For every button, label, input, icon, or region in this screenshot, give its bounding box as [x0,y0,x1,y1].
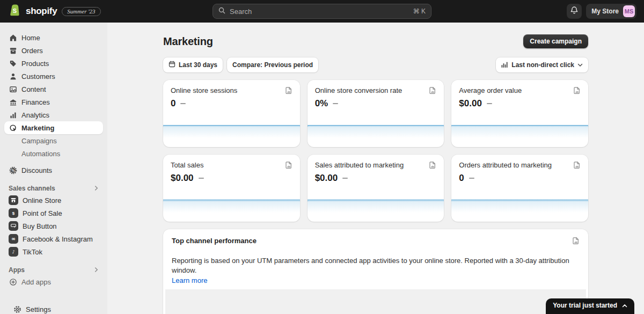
bars-icon [501,61,508,69]
svg-text:S: S [13,8,17,14]
report-icon[interactable] [429,86,436,97]
report-icon[interactable] [573,161,581,171]
no-change-dash-icon [180,103,186,104]
sidebar-item-orders[interactable]: Orders [4,44,103,57]
tag-icon [9,59,17,68]
person-icon [9,72,17,81]
calendar-icon [169,61,175,69]
add-circle-icon [9,278,17,286]
sidebar: Home Orders Products Customers [0,23,107,314]
sidebar-item-products[interactable]: Products [4,57,103,70]
meta-icon: ∞ [9,234,18,244]
sidebar-item-buy-button[interactable]: Buy Button [4,220,103,232]
metric-card-total-sales: Total sales $0.00 [163,155,300,222]
search-icon [218,6,225,16]
sidebar-item-content[interactable]: Content [4,83,103,96]
metric-card-orders-attributed: Orders attributed to marketing 0 [451,155,588,222]
global-search[interactable]: ⌘ K [213,4,431,19]
sidebar-item-customers[interactable]: Customers [4,70,103,83]
sidebar-item-online-store[interactable]: Online Store [4,194,103,207]
svg-text:♪: ♪ [12,250,14,254]
sparkline-flat-zero [308,200,444,215]
sidebar-item-automations[interactable]: Automations [4,147,103,160]
sidebar-item-home[interactable]: Home [4,31,103,44]
online-store-icon [9,195,18,205]
report-icon[interactable] [285,86,292,97]
report-icon[interactable] [285,161,292,171]
search-shortcut: ⌘ K [413,8,426,15]
store-name: My Store [591,8,619,15]
date-range-button[interactable]: Last 30 days [163,57,223,72]
bank-icon [9,98,17,106]
svg-text:∞: ∞ [11,236,16,242]
shopify-bag-icon: S [9,4,21,19]
marketing-target-icon [9,123,17,132]
discount-icon: % [9,166,17,174]
metric-card-average-order-value: Average order value $0.00 [451,80,588,147]
top-channel-performance-card: Top channel performance Reporting is bas… [163,229,588,314]
metric-card-online-store-sessions: Online store sessions 0 [163,80,300,147]
no-change-dash-icon [469,178,474,179]
attribution-description: Reporting is based on your UTM parameter… [172,256,580,275]
point-of-sale-icon: $ [9,208,18,218]
chevron-down-icon [577,61,583,69]
sidebar-item-facebook-instagram[interactable]: ∞ Facebook & Instagram [4,232,103,245]
create-campaign-button[interactable]: Create campaign [523,34,588,48]
sidebar-item-marketing[interactable]: Marketing [4,121,103,134]
svg-text:$: $ [12,211,15,216]
top-bar: S shopify Summer '23 ⌘ K My Store MS [0,0,644,23]
store-menu-button[interactable]: My Store MS [586,4,636,19]
chevron-right-icon [94,185,99,192]
apps-header[interactable]: Apps [9,266,99,274]
sparkline-flat-zero [163,200,300,215]
bar-chart-icon [9,111,17,119]
report-icon[interactable] [573,86,581,97]
home-icon [9,33,17,42]
metric-cards: Online store sessions 0 Online store con… [163,80,588,222]
shopify-logo[interactable]: S shopify Summer '23 [0,4,101,19]
sidebar-item-discounts[interactable]: % Discounts [4,164,103,177]
avatar: MS [623,5,635,17]
bell-icon [570,6,579,17]
buy-button-icon [9,221,18,231]
chevron-right-icon [94,266,99,274]
table-body-skeleton [165,289,586,314]
sparkline-flat-zero [163,125,300,140]
trial-status-banner[interactable]: Your trial just started [546,298,634,314]
image-icon [9,85,17,93]
sidebar-item-tiktok[interactable]: ♪ TikTok [4,245,103,258]
sidebar-item-campaigns[interactable]: Campaigns [4,134,103,147]
shopify-wordmark: shopify [26,6,57,17]
edition-badge[interactable]: Summer '23 [62,7,100,16]
section-title: Top channel performance [172,237,257,245]
chevron-up-icon [622,302,627,309]
sales-channels-header[interactable]: Sales channels [9,185,99,192]
sparkline-flat-zero [308,125,444,140]
search-input[interactable] [230,8,409,16]
no-change-dash-icon [487,103,492,104]
package-icon [9,46,17,55]
sparkline-flat-zero [451,200,588,215]
compare-period-button[interactable]: Compare: Previous period [227,57,318,72]
report-icon[interactable] [429,161,436,171]
svg-text:%: % [11,169,15,172]
notifications-button[interactable] [567,4,582,19]
learn-more-link[interactable]: Learn more [172,276,207,284]
report-icon[interactable] [572,237,580,247]
attribution-model-button[interactable]: Last non-direct click [496,57,588,72]
metric-card-sales-attributed: Sales attributed to marketing $0.00 [308,155,444,222]
tiktok-icon: ♪ [9,247,18,257]
no-change-dash-icon [342,178,348,179]
sidebar-item-add-apps[interactable]: Add apps [4,275,103,288]
sidebar-item-point-of-sale[interactable]: $ Point of Sale [4,207,103,220]
main-content: Marketing Create campaign Last 30 days C… [107,23,644,314]
gear-icon [13,305,21,313]
sidebar-item-settings[interactable]: Settings [9,303,99,314]
page-title: Marketing [163,35,213,48]
no-change-dash-icon [199,178,204,179]
sidebar-item-finances[interactable]: Finances [4,96,103,108]
sidebar-item-analytics[interactable]: Analytics [4,108,103,121]
no-change-dash-icon [333,103,338,104]
sparkline-flat-zero [451,125,588,140]
metric-card-conversion-rate: Online store conversion rate 0% [308,80,444,147]
